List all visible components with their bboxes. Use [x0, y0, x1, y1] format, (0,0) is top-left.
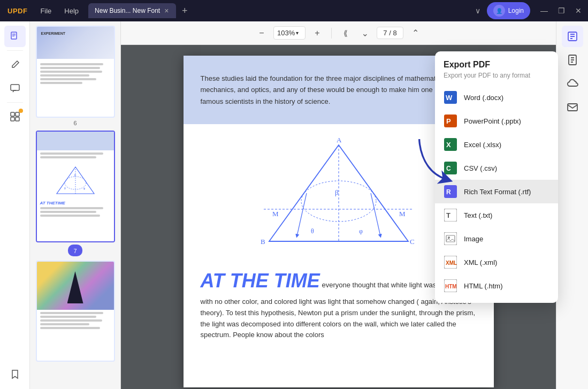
svg-text:A: A: [337, 137, 342, 144]
export-label-word: Word (.docx): [464, 94, 503, 102]
minimize-button[interactable]: —: [539, 5, 549, 16]
main-area: EXPERIMENT 6: [0, 21, 588, 389]
svg-rect-5: [11, 112, 14, 116]
thumb7-diagram: β θ φ: [37, 162, 114, 199]
thumbnail-page-6[interactable]: EXPERIMENT 6: [34, 26, 116, 126]
tab-document[interactable]: New Busin... New Font ×: [88, 3, 176, 18]
thumbnail-page-7[interactable]: β θ φ AT THETIME 7: [34, 131, 116, 256]
word-icon: W: [444, 90, 457, 104]
export-item-xml[interactable]: XML XML (.xml): [435, 250, 558, 274]
export-label-rtf: Rich Text Format (.rtf): [464, 188, 531, 196]
toolbar-divider: [331, 28, 332, 39]
first-page-button[interactable]: ⟪: [338, 26, 353, 41]
export-item-powerpoint[interactable]: P PowerPoint (.pptx): [435, 109, 558, 133]
sidebar-icon-organize[interactable]: [4, 106, 26, 127]
avatar: 👤: [493, 5, 505, 17]
page-current-text: 7: [383, 29, 387, 37]
login-label: Login: [508, 7, 524, 14]
csv-icon: C: [444, 161, 457, 175]
right-icon-mail[interactable]: [562, 96, 583, 118]
close-button[interactable]: ✕: [573, 5, 584, 16]
current-page[interactable]: 7 / 8: [377, 27, 403, 39]
rtf-icon: R: [444, 185, 457, 199]
svg-text:θ: θ: [311, 227, 314, 235]
svg-rect-7: [11, 117, 14, 121]
svg-text:W: W: [446, 94, 453, 102]
powerpoint-icon: P: [444, 114, 457, 128]
sidebar-icon-edit[interactable]: [4, 54, 26, 75]
svg-text:X: X: [446, 141, 451, 149]
excel-icon: X: [444, 138, 457, 151]
tabs-area: New Busin... New Font × +: [88, 3, 469, 18]
thumb-text-lines: [37, 61, 114, 88]
thumbnail-panel: EXPERIMENT 6: [30, 21, 121, 389]
export-panel: Export PDF Export your PDF to any format…: [435, 51, 558, 303]
tabs-dropdown[interactable]: ∨: [473, 4, 483, 17]
svg-rect-2: [12, 35, 16, 35]
zoom-selector[interactable]: 103% ▾: [273, 26, 306, 40]
export-item-rtf[interactable]: R Rich Text Format (.rtf): [435, 180, 558, 203]
diagram-svg: A B C M M β θ φ: [237, 137, 440, 255]
svg-text:R: R: [446, 188, 451, 196]
export-item-html[interactable]: HTM HTML (.htm): [435, 274, 558, 298]
export-item-image[interactable]: Image: [435, 227, 558, 250]
export-label-powerpoint: PowerPoint (.pptx): [464, 117, 521, 125]
right-icon-pdf[interactable]: [562, 49, 583, 71]
login-button[interactable]: 👤 Login: [487, 2, 530, 19]
export-label-excel: Excel (.xlsx): [464, 141, 501, 149]
export-item-excel[interactable]: X Excel (.xlsx): [435, 133, 558, 156]
svg-text:C: C: [446, 165, 451, 172]
html-icon: HTM: [444, 279, 457, 293]
export-item-word[interactable]: W Word (.docx): [435, 86, 558, 109]
svg-rect-1: [12, 34, 16, 34]
menu-bar: File Help: [35, 5, 84, 17]
right-icon-cloud[interactable]: [562, 73, 583, 94]
prev-page-button[interactable]: ⌃: [357, 26, 372, 41]
thumb-content-8: [37, 262, 114, 361]
new-tab-button[interactable]: +: [177, 3, 192, 18]
thumb-img-8[interactable]: [36, 261, 115, 362]
thumb-label-7: 7: [73, 248, 77, 254]
svg-text:B: B: [261, 238, 265, 246]
thumbnail-page-8[interactable]: [34, 261, 116, 362]
export-label-html: HTML (.htm): [464, 282, 502, 290]
next-page-button[interactable]: ⌃: [408, 26, 423, 41]
sidebar-left: [0, 21, 30, 389]
zoom-dropdown-icon: ▾: [296, 30, 299, 36]
sidebar-icon-bookmark[interactable]: [4, 363, 26, 385]
zoom-value-text: 103%: [277, 29, 295, 37]
thumb-img-6[interactable]: EXPERIMENT: [36, 26, 115, 118]
svg-line-27: [297, 193, 307, 236]
menu-file[interactable]: File: [35, 5, 57, 17]
sidebar-icon-comment[interactable]: [4, 78, 26, 99]
tab-close-button[interactable]: ×: [163, 6, 170, 15]
page-total-text: 8: [393, 29, 396, 37]
menu-help[interactable]: Help: [59, 5, 84, 17]
titlebar: UPDF File Help New Busin... New Font × +…: [0, 0, 588, 21]
export-item-text[interactable]: T Text (.txt): [435, 203, 558, 227]
svg-text:P: P: [446, 117, 451, 125]
maximize-button[interactable]: ❐: [556, 5, 567, 16]
svg-text:M: M: [399, 210, 406, 218]
zoom-in-button[interactable]: +: [310, 26, 325, 41]
svg-text:φ: φ: [83, 187, 86, 190]
svg-marker-15: [269, 145, 408, 241]
svg-text:C: C: [410, 238, 415, 246]
image-icon: [444, 232, 457, 246]
pdf-toolbar: − 103% ▾ + ⟪ ⌃ 7 / 8 ⌃: [121, 21, 556, 45]
badge-dot: [19, 109, 23, 113]
sidebar-icon-pages[interactable]: [4, 26, 26, 47]
svg-text:XML: XML: [446, 260, 457, 266]
export-label-image: Image: [464, 235, 483, 243]
zoom-out-button[interactable]: −: [254, 26, 269, 41]
thumb-img-7[interactable]: β θ φ AT THETIME: [36, 131, 115, 242]
thumb7-header: [37, 132, 114, 150]
svg-rect-31: [568, 104, 577, 111]
right-icon-export[interactable]: [562, 26, 583, 47]
sidebar-icon-separator1: [7, 50, 23, 51]
svg-text:HTM: HTM: [445, 284, 457, 289]
export-item-csv[interactable]: C CSV (.csv): [435, 156, 558, 180]
thumb8-img: [37, 262, 114, 310]
text-icon: T: [444, 208, 457, 222]
export-label-text: Text (.txt): [464, 211, 492, 219]
